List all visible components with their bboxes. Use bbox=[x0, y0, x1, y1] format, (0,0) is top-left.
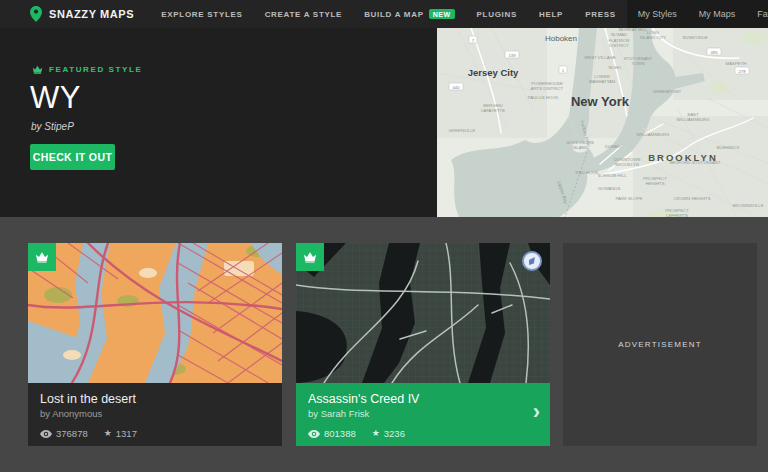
map-label: ARTS DISTRICT bbox=[531, 86, 564, 91]
style-stats: 801388 ★ 3236 bbox=[308, 428, 538, 439]
map-label: RED HOOK bbox=[576, 170, 599, 175]
thumbnail-map-desert bbox=[28, 243, 282, 383]
hero-content: FEATURED STYLE WY by StipeP CHECK IT OUT bbox=[30, 28, 430, 217]
map-label: BROWNSVILLE bbox=[732, 203, 763, 208]
brand-name: SNAZZY MAPS bbox=[49, 8, 134, 20]
map-label: NOMAD bbox=[611, 32, 627, 37]
map-label: MASPETH bbox=[726, 61, 747, 66]
featured-crown-badge bbox=[28, 243, 56, 271]
advertisement-placeholder: ADVERTISEMENT bbox=[563, 243, 757, 446]
favorites-stat: ★ 1317 bbox=[104, 428, 137, 439]
eye-icon bbox=[40, 430, 52, 438]
style-author: by Sarah Frisk bbox=[308, 408, 538, 419]
map-label: WILLIAMSBURG bbox=[637, 132, 671, 137]
eye-icon bbox=[308, 430, 320, 438]
favorites-count: 3236 bbox=[384, 428, 405, 439]
style-author: by Anonymous bbox=[40, 408, 270, 419]
star-icon: ★ bbox=[104, 429, 112, 438]
featured-crown-badge bbox=[296, 243, 324, 271]
navbar: SNAZZY MAPS EXPLORE STYLES CREATE A STYL… bbox=[0, 0, 768, 28]
style-stats: 376878 ★ 1317 bbox=[40, 428, 270, 439]
map-label: LEFFERTS bbox=[666, 213, 688, 217]
map-label: LAFAYETTE bbox=[481, 108, 505, 113]
map-label: BEDFORD-STUYVESANT bbox=[669, 160, 720, 165]
map-label: Hoboken bbox=[545, 34, 577, 43]
map-label: BOERUM HILL bbox=[597, 173, 627, 178]
navbar-account-section: My Styles My Maps Favorites bbox=[627, 0, 768, 28]
map-label: BROOKLYN bbox=[615, 162, 639, 167]
map-label: DUMBO bbox=[605, 144, 622, 149]
brand-logo[interactable]: SNAZZY MAPS bbox=[30, 6, 134, 22]
nav-my-styles[interactable]: My Styles bbox=[627, 9, 688, 19]
nav-create-a-style[interactable]: CREATE A STYLE bbox=[254, 0, 354, 28]
views-stat: 801388 bbox=[308, 428, 356, 439]
road-shield-number: 495 bbox=[711, 50, 719, 55]
views-count: 801388 bbox=[324, 428, 356, 439]
crown-icon bbox=[35, 251, 49, 263]
nav-explore-styles[interactable]: EXPLORE STYLES bbox=[150, 0, 253, 28]
style-thumbnail[interactable] bbox=[296, 243, 550, 383]
map-label: HEIGHTS bbox=[645, 181, 664, 186]
map-label: MANHATTAN bbox=[589, 79, 615, 84]
map-pin-icon bbox=[30, 6, 42, 22]
map-label: NOHO bbox=[609, 65, 623, 70]
map-label: PARK SLOPE bbox=[616, 196, 643, 201]
road-shield-number: 278 bbox=[739, 69, 747, 74]
navbar-left: SNAZZY MAPS EXPLORE STYLES CREATE A STYL… bbox=[0, 0, 627, 28]
featured-style-eyebrow: FEATURED STYLE bbox=[32, 65, 142, 74]
style-thumbnail[interactable] bbox=[28, 243, 282, 383]
map-label: ISLAND bbox=[572, 145, 588, 150]
road-shield-number: 139 bbox=[509, 53, 517, 58]
style-card-assassins-creed-iv[interactable]: Assassin's Creed IV by Sarah Frisk 80138… bbox=[296, 243, 550, 446]
map-label: GOWANUS bbox=[598, 186, 621, 191]
style-card-info: Lost in the desert by Anonymous 376878 ★… bbox=[28, 383, 282, 446]
nav-press[interactable]: PRESS bbox=[574, 0, 627, 28]
views-stat: 376878 bbox=[40, 428, 88, 439]
featured-style-hero: FEATURED STYLE WY by StipeP CHECK IT OUT bbox=[0, 28, 768, 217]
map-label: ISLAND CITY bbox=[640, 35, 667, 40]
crown-icon bbox=[303, 251, 317, 263]
new-badge: NEW bbox=[429, 9, 455, 19]
nav-plugins[interactable]: PLUGINS bbox=[466, 0, 528, 28]
nav-build-a-map[interactable]: BUILD A MAP NEW bbox=[353, 0, 465, 28]
map-label: BUSHWICK bbox=[716, 145, 739, 150]
style-title: Lost in the desert bbox=[40, 392, 270, 406]
check-it-out-button[interactable]: CHECK IT OUT bbox=[30, 144, 115, 170]
featured-style-label: FEATURED STYLE bbox=[49, 65, 142, 74]
thumbnail-map-dark bbox=[296, 243, 550, 383]
style-card-lost-in-the-desert[interactable]: Lost in the desert by Anonymous 376878 ★… bbox=[28, 243, 282, 446]
nav-help[interactable]: HELP bbox=[528, 0, 574, 28]
map-label: Jersey City bbox=[468, 67, 519, 78]
nav-my-maps[interactable]: My Maps bbox=[688, 9, 747, 19]
featured-style-map-preview[interactable]: 71394401495278 New YorkJersey CityHoboke… bbox=[437, 28, 768, 217]
map-label: TOWN bbox=[631, 61, 644, 66]
map-label: WEST VILLAGE bbox=[584, 55, 616, 60]
views-count: 376878 bbox=[56, 428, 88, 439]
compass-icon bbox=[523, 252, 541, 270]
chevron-right-icon[interactable]: › bbox=[533, 401, 540, 423]
featured-style-author: by StipeP bbox=[31, 121, 74, 132]
map-label: DISTRICT bbox=[609, 43, 629, 48]
map-label: GREENVILLE bbox=[449, 128, 476, 133]
featured-style-title: WY bbox=[30, 80, 81, 116]
advertisement-label: ADVERTISEMENT bbox=[618, 340, 701, 349]
style-title: Assassin's Creed IV bbox=[308, 392, 538, 406]
map-label: New York bbox=[571, 94, 630, 109]
map-label: CROWN HEIGHTS bbox=[674, 196, 711, 201]
road-shield-number: 440 bbox=[453, 85, 461, 90]
map-label: GREENPOINT bbox=[653, 89, 682, 94]
favorites-count: 1317 bbox=[116, 428, 137, 439]
style-card-info: Assassin's Creed IV by Sarah Frisk 80138… bbox=[296, 383, 550, 446]
map-label: SUNNYSIDE bbox=[682, 35, 707, 40]
map-canvas: 71394401495278 New YorkJersey CityHoboke… bbox=[437, 28, 768, 217]
map-label: PAULUS HOOK bbox=[528, 95, 559, 100]
star-icon: ★ bbox=[372, 429, 380, 438]
nav-favorites[interactable]: Favorites bbox=[746, 9, 768, 19]
crown-icon bbox=[32, 65, 43, 74]
favorites-stat: ★ 3236 bbox=[372, 428, 405, 439]
map-label: WILLIAMSBURG bbox=[677, 117, 711, 122]
